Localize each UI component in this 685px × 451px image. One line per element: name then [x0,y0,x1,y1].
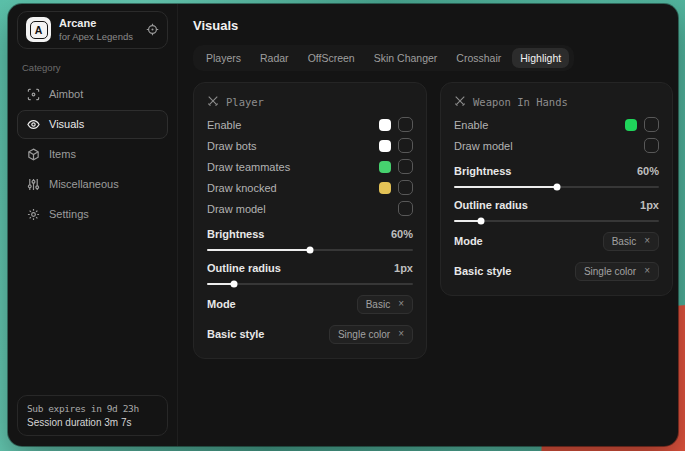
color-swatch[interactable] [379,140,391,152]
toggle-label: Draw teammates [207,161,290,173]
slider-value: 60% [637,165,659,177]
tab-highlight[interactable]: Highlight [512,48,569,68]
panel-title: Player [226,96,264,108]
sub-expires-text: Sub expires in 9d 23h [27,403,158,414]
subscription-card: Sub expires in 9d 23h Session duration 3… [17,395,168,436]
color-swatch[interactable] [379,119,391,131]
eye-icon [27,118,40,131]
color-swatch[interactable] [379,182,391,194]
checkbox[interactable] [644,138,659,153]
checkbox[interactable] [398,201,413,216]
select-label: Basic style [207,328,264,340]
crosshair-icon [27,88,40,101]
crossed-swords-icon [207,95,219,109]
app-subtitle: for Apex Legends [59,32,133,43]
slider-thumb[interactable] [230,281,237,288]
tab-offscreen[interactable]: OffScreen [300,48,363,68]
slider-track[interactable] [207,249,413,251]
toggle-row-draw-model: Draw model [454,135,659,156]
slider-value: 1px [640,199,659,211]
app-title: Arcane [59,17,133,30]
slider-fill [207,249,310,251]
toggle-row-draw-model: Draw model [207,198,413,219]
select-row-mode: ModeBasic× [207,293,413,315]
tab-radar[interactable]: Radar [252,48,297,68]
remove-tag-icon[interactable]: × [644,266,650,276]
color-swatch[interactable] [625,119,637,131]
slider-head: Brightness60% [454,161,659,181]
sliders-icon [27,178,40,191]
toggle-row-enable: Enable [207,114,413,135]
slider-outline-radius: Outline radius1px [454,195,659,222]
toggle-label: Enable [454,119,488,131]
slider-head: Outline radius1px [207,258,413,278]
slider-thumb[interactable] [307,247,314,254]
tab-crosshair[interactable]: Crosshair [448,48,509,68]
tag-label: Single color [338,329,390,340]
select-row-basic-style: Basic styleSingle color× [454,260,659,282]
checkbox[interactable] [398,138,413,153]
slider-value: 1px [394,262,413,274]
slider-track[interactable] [454,220,659,222]
checkbox[interactable] [398,117,413,132]
remove-tag-icon[interactable]: × [644,236,650,246]
sidebar-item-label: Visuals [49,118,84,130]
select-label: Basic style [454,265,511,277]
checkbox[interactable] [644,117,659,132]
sidebar-nav: AimbotVisualsItemsMiscellaneousSettings [17,80,168,230]
sidebar-item-label: Settings [49,208,89,220]
select-tag[interactable]: Single color× [575,262,659,281]
panel-header: Player [207,95,413,109]
sidebar-item-visuals[interactable]: Visuals [17,110,168,139]
toggle-label: Draw knocked [207,182,277,194]
slider-label: Outline radius [454,199,528,211]
select-tag[interactable]: Basic× [603,232,659,251]
select-tag[interactable]: Basic× [357,295,413,314]
tab-skin-changer[interactable]: Skin Changer [366,48,446,68]
panel-header: Weapon In Hands [454,95,659,109]
sidebar-item-aimbot[interactable]: Aimbot [17,80,168,109]
checkbox[interactable] [398,180,413,195]
select-label: Mode [454,235,483,247]
slider-label: Outline radius [207,262,281,274]
sidebar-item-label: Items [49,148,76,160]
slider-fill [454,186,557,188]
toggle-label: Draw model [207,203,266,215]
select-tag[interactable]: Single color× [329,325,413,344]
checkbox[interactable] [398,159,413,174]
toggle-row-draw-teammates: Draw teammates [207,156,413,177]
slider-head: Brightness60% [207,224,413,244]
toggle-row-draw-bots: Draw bots [207,135,413,156]
color-swatch[interactable] [379,161,391,173]
slider-thumb[interactable] [477,218,484,225]
app-header-card: A Arcane for Apex Legends [17,11,168,49]
slider-thumb[interactable] [553,184,560,191]
slider-label: Brightness [454,165,511,177]
panel-title: Weapon In Hands [473,96,568,108]
sidebar-item-settings[interactable]: Settings [17,200,168,229]
app-logo-letter: A [30,21,48,39]
panel-weapon-in-hands: Weapon In HandsEnableDraw modelBrightnes… [440,82,673,296]
page-title: Visuals [193,18,673,33]
select-label: Mode [207,298,236,310]
category-label: Category [22,62,163,73]
sidebar-item-miscellaneous[interactable]: Miscellaneous [17,170,168,199]
remove-tag-icon[interactable]: × [398,329,404,339]
slider-brightness: Brightness60% [207,224,413,251]
tab-players[interactable]: Players [198,48,249,68]
slider-track[interactable] [454,186,659,188]
app-meta: Arcane for Apex Legends [59,17,133,43]
sidebar: A Arcane for Apex Legends Category Aimbo… [8,4,178,446]
remove-tag-icon[interactable]: × [398,299,404,309]
slider-head: Outline radius1px [454,195,659,215]
tag-label: Basic [366,299,390,310]
sidebar-item-items[interactable]: Items [17,140,168,169]
target-icon[interactable] [146,23,159,36]
select-row-basic-style: Basic styleSingle color× [207,323,413,345]
slider-track[interactable] [207,283,413,285]
sidebar-item-label: Miscellaneous [49,178,119,190]
gear-icon [27,208,40,221]
toggle-row-enable: Enable [454,114,659,135]
toggle-label: Draw bots [207,140,257,152]
slider-outline-radius: Outline radius1px [207,258,413,285]
